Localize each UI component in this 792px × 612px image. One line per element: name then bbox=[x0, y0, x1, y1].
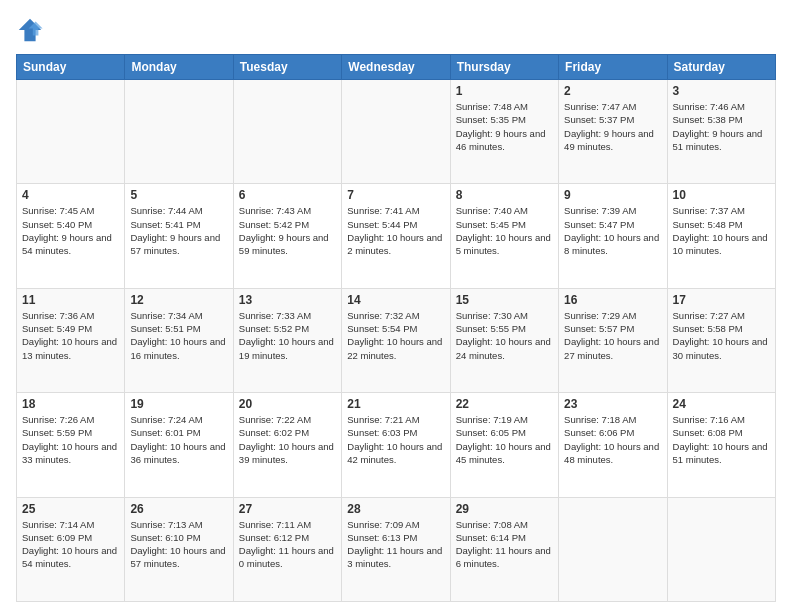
col-header-tuesday: Tuesday bbox=[233, 55, 341, 80]
day-cell: 8Sunrise: 7:40 AM Sunset: 5:45 PM Daylig… bbox=[450, 184, 558, 288]
col-header-saturday: Saturday bbox=[667, 55, 775, 80]
day-info: Sunrise: 7:34 AM Sunset: 5:51 PM Dayligh… bbox=[130, 309, 227, 362]
calendar: SundayMondayTuesdayWednesdayThursdayFrid… bbox=[16, 54, 776, 602]
day-number: 2 bbox=[564, 84, 661, 98]
day-info: Sunrise: 7:36 AM Sunset: 5:49 PM Dayligh… bbox=[22, 309, 119, 362]
day-info: Sunrise: 7:41 AM Sunset: 5:44 PM Dayligh… bbox=[347, 204, 444, 257]
day-number: 12 bbox=[130, 293, 227, 307]
day-cell: 28Sunrise: 7:09 AM Sunset: 6:13 PM Dayli… bbox=[342, 497, 450, 601]
day-cell bbox=[233, 80, 341, 184]
day-number: 22 bbox=[456, 397, 553, 411]
day-info: Sunrise: 7:21 AM Sunset: 6:03 PM Dayligh… bbox=[347, 413, 444, 466]
day-number: 7 bbox=[347, 188, 444, 202]
day-cell: 24Sunrise: 7:16 AM Sunset: 6:08 PM Dayli… bbox=[667, 393, 775, 497]
day-info: Sunrise: 7:43 AM Sunset: 5:42 PM Dayligh… bbox=[239, 204, 336, 257]
day-info: Sunrise: 7:39 AM Sunset: 5:47 PM Dayligh… bbox=[564, 204, 661, 257]
day-number: 23 bbox=[564, 397, 661, 411]
col-header-sunday: Sunday bbox=[17, 55, 125, 80]
day-info: Sunrise: 7:18 AM Sunset: 6:06 PM Dayligh… bbox=[564, 413, 661, 466]
day-cell: 9Sunrise: 7:39 AM Sunset: 5:47 PM Daylig… bbox=[559, 184, 667, 288]
week-row-4: 18Sunrise: 7:26 AM Sunset: 5:59 PM Dayli… bbox=[17, 393, 776, 497]
day-cell: 17Sunrise: 7:27 AM Sunset: 5:58 PM Dayli… bbox=[667, 288, 775, 392]
day-cell: 25Sunrise: 7:14 AM Sunset: 6:09 PM Dayli… bbox=[17, 497, 125, 601]
day-cell bbox=[667, 497, 775, 601]
day-cell: 4Sunrise: 7:45 AM Sunset: 5:40 PM Daylig… bbox=[17, 184, 125, 288]
day-cell: 12Sunrise: 7:34 AM Sunset: 5:51 PM Dayli… bbox=[125, 288, 233, 392]
day-cell: 22Sunrise: 7:19 AM Sunset: 6:05 PM Dayli… bbox=[450, 393, 558, 497]
day-info: Sunrise: 7:11 AM Sunset: 6:12 PM Dayligh… bbox=[239, 518, 336, 571]
day-info: Sunrise: 7:13 AM Sunset: 6:10 PM Dayligh… bbox=[130, 518, 227, 571]
col-header-wednesday: Wednesday bbox=[342, 55, 450, 80]
day-number: 16 bbox=[564, 293, 661, 307]
week-row-5: 25Sunrise: 7:14 AM Sunset: 6:09 PM Dayli… bbox=[17, 497, 776, 601]
day-info: Sunrise: 7:24 AM Sunset: 6:01 PM Dayligh… bbox=[130, 413, 227, 466]
logo-icon bbox=[16, 16, 44, 44]
week-row-2: 4Sunrise: 7:45 AM Sunset: 5:40 PM Daylig… bbox=[17, 184, 776, 288]
day-number: 17 bbox=[673, 293, 770, 307]
day-info: Sunrise: 7:19 AM Sunset: 6:05 PM Dayligh… bbox=[456, 413, 553, 466]
day-cell: 1Sunrise: 7:48 AM Sunset: 5:35 PM Daylig… bbox=[450, 80, 558, 184]
day-cell: 10Sunrise: 7:37 AM Sunset: 5:48 PM Dayli… bbox=[667, 184, 775, 288]
day-cell: 11Sunrise: 7:36 AM Sunset: 5:49 PM Dayli… bbox=[17, 288, 125, 392]
day-info: Sunrise: 7:09 AM Sunset: 6:13 PM Dayligh… bbox=[347, 518, 444, 571]
day-cell: 29Sunrise: 7:08 AM Sunset: 6:14 PM Dayli… bbox=[450, 497, 558, 601]
day-number: 5 bbox=[130, 188, 227, 202]
day-number: 27 bbox=[239, 502, 336, 516]
day-info: Sunrise: 7:33 AM Sunset: 5:52 PM Dayligh… bbox=[239, 309, 336, 362]
day-cell: 20Sunrise: 7:22 AM Sunset: 6:02 PM Dayli… bbox=[233, 393, 341, 497]
day-number: 13 bbox=[239, 293, 336, 307]
logo bbox=[16, 16, 48, 44]
day-info: Sunrise: 7:08 AM Sunset: 6:14 PM Dayligh… bbox=[456, 518, 553, 571]
week-row-1: 1Sunrise: 7:48 AM Sunset: 5:35 PM Daylig… bbox=[17, 80, 776, 184]
day-cell bbox=[125, 80, 233, 184]
day-number: 21 bbox=[347, 397, 444, 411]
day-number: 26 bbox=[130, 502, 227, 516]
day-cell: 6Sunrise: 7:43 AM Sunset: 5:42 PM Daylig… bbox=[233, 184, 341, 288]
header bbox=[16, 16, 776, 44]
day-info: Sunrise: 7:47 AM Sunset: 5:37 PM Dayligh… bbox=[564, 100, 661, 153]
day-cell: 7Sunrise: 7:41 AM Sunset: 5:44 PM Daylig… bbox=[342, 184, 450, 288]
col-header-monday: Monday bbox=[125, 55, 233, 80]
day-cell: 16Sunrise: 7:29 AM Sunset: 5:57 PM Dayli… bbox=[559, 288, 667, 392]
day-number: 11 bbox=[22, 293, 119, 307]
day-cell: 15Sunrise: 7:30 AM Sunset: 5:55 PM Dayli… bbox=[450, 288, 558, 392]
day-number: 4 bbox=[22, 188, 119, 202]
day-info: Sunrise: 7:32 AM Sunset: 5:54 PM Dayligh… bbox=[347, 309, 444, 362]
day-cell: 2Sunrise: 7:47 AM Sunset: 5:37 PM Daylig… bbox=[559, 80, 667, 184]
day-cell bbox=[342, 80, 450, 184]
day-info: Sunrise: 7:45 AM Sunset: 5:40 PM Dayligh… bbox=[22, 204, 119, 257]
day-info: Sunrise: 7:40 AM Sunset: 5:45 PM Dayligh… bbox=[456, 204, 553, 257]
day-number: 24 bbox=[673, 397, 770, 411]
col-header-friday: Friday bbox=[559, 55, 667, 80]
day-cell: 13Sunrise: 7:33 AM Sunset: 5:52 PM Dayli… bbox=[233, 288, 341, 392]
calendar-table: SundayMondayTuesdayWednesdayThursdayFrid… bbox=[16, 54, 776, 602]
day-number: 1 bbox=[456, 84, 553, 98]
day-info: Sunrise: 7:16 AM Sunset: 6:08 PM Dayligh… bbox=[673, 413, 770, 466]
header-row: SundayMondayTuesdayWednesdayThursdayFrid… bbox=[17, 55, 776, 80]
day-info: Sunrise: 7:22 AM Sunset: 6:02 PM Dayligh… bbox=[239, 413, 336, 466]
day-number: 25 bbox=[22, 502, 119, 516]
day-number: 9 bbox=[564, 188, 661, 202]
day-cell: 26Sunrise: 7:13 AM Sunset: 6:10 PM Dayli… bbox=[125, 497, 233, 601]
day-number: 8 bbox=[456, 188, 553, 202]
day-number: 10 bbox=[673, 188, 770, 202]
day-number: 3 bbox=[673, 84, 770, 98]
day-number: 14 bbox=[347, 293, 444, 307]
week-row-3: 11Sunrise: 7:36 AM Sunset: 5:49 PM Dayli… bbox=[17, 288, 776, 392]
day-number: 19 bbox=[130, 397, 227, 411]
col-header-thursday: Thursday bbox=[450, 55, 558, 80]
day-info: Sunrise: 7:46 AM Sunset: 5:38 PM Dayligh… bbox=[673, 100, 770, 153]
day-cell bbox=[559, 497, 667, 601]
day-info: Sunrise: 7:26 AM Sunset: 5:59 PM Dayligh… bbox=[22, 413, 119, 466]
day-number: 18 bbox=[22, 397, 119, 411]
day-number: 28 bbox=[347, 502, 444, 516]
day-cell: 14Sunrise: 7:32 AM Sunset: 5:54 PM Dayli… bbox=[342, 288, 450, 392]
day-cell: 23Sunrise: 7:18 AM Sunset: 6:06 PM Dayli… bbox=[559, 393, 667, 497]
day-cell: 27Sunrise: 7:11 AM Sunset: 6:12 PM Dayli… bbox=[233, 497, 341, 601]
day-info: Sunrise: 7:14 AM Sunset: 6:09 PM Dayligh… bbox=[22, 518, 119, 571]
day-info: Sunrise: 7:37 AM Sunset: 5:48 PM Dayligh… bbox=[673, 204, 770, 257]
day-info: Sunrise: 7:30 AM Sunset: 5:55 PM Dayligh… bbox=[456, 309, 553, 362]
day-info: Sunrise: 7:44 AM Sunset: 5:41 PM Dayligh… bbox=[130, 204, 227, 257]
day-number: 29 bbox=[456, 502, 553, 516]
day-cell: 19Sunrise: 7:24 AM Sunset: 6:01 PM Dayli… bbox=[125, 393, 233, 497]
